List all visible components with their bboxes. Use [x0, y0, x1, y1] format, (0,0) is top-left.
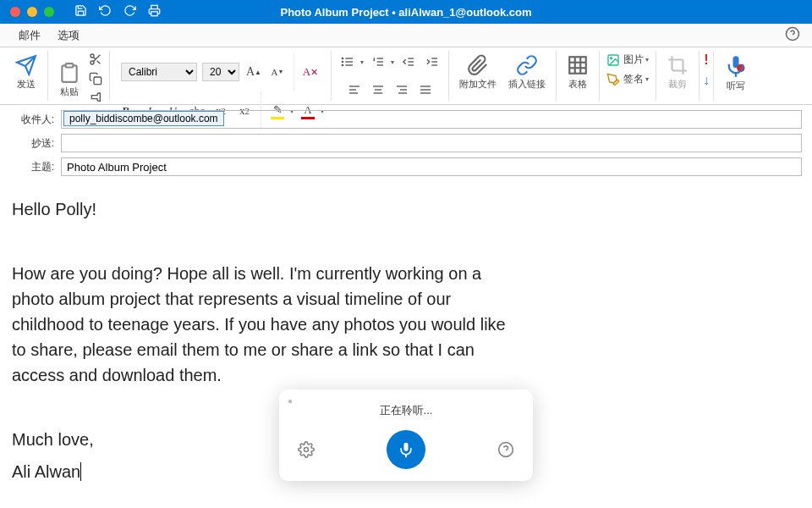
align-center-button[interactable] — [369, 80, 387, 99]
tab-options[interactable]: 选项 — [49, 25, 88, 47]
send-button[interactable]: 发送 — [12, 52, 41, 92]
window-controls — [0, 7, 54, 17]
signature-button[interactable]: 签名▾ — [606, 72, 649, 86]
insert-group: 附加文件 插入链接 — [449, 51, 557, 101]
priority-group: ! ↓ — [700, 51, 714, 101]
subject-label: 主题: — [10, 160, 61, 174]
tab-mail[interactable]: 邮件 — [10, 25, 49, 47]
insert-link-button[interactable]: 插入链接 — [505, 52, 549, 92]
outdent-button[interactable] — [399, 52, 418, 71]
close-window[interactable] — [10, 7, 20, 17]
svg-point-7 — [91, 61, 94, 64]
to-chip[interactable]: polly_biddiscombe@outlook.com — [63, 111, 224, 126]
svg-point-15 — [342, 58, 343, 58]
crop-button[interactable]: 裁剪 — [663, 52, 692, 92]
low-importance-icon[interactable]: ↓ — [703, 73, 710, 88]
paragraph-group: ▾ ▾ — [332, 51, 449, 101]
redo-icon[interactable] — [123, 4, 136, 19]
paste-label: 粘贴 — [60, 86, 79, 98]
cc-label: 抄送: — [10, 136, 61, 151]
paste-button[interactable]: 粘贴 — [55, 60, 84, 100]
dictate-button[interactable]: 听写 — [721, 52, 751, 94]
justify-button[interactable] — [416, 80, 435, 99]
dictation-popup: ● 正在聆听... — [279, 389, 533, 481]
ribbon-tabs: 邮件 选项 — [0, 24, 812, 47]
crop-label: 裁剪 — [668, 78, 687, 91]
svg-rect-39 — [569, 57, 586, 74]
font-name-select[interactable]: Calibri — [121, 63, 197, 81]
decrease-font-icon[interactable]: A▼ — [268, 63, 287, 81]
svg-rect-50 — [404, 443, 409, 451]
dictate-label: 听写 — [727, 80, 745, 92]
indent-button[interactable] — [423, 52, 442, 71]
svg-line-9 — [97, 61, 101, 64]
cut-icon[interactable] — [89, 52, 102, 69]
minimize-window[interactable] — [27, 7, 37, 17]
clear-format-icon[interactable]: A✕ — [301, 63, 320, 81]
link-label: 插入链接 — [508, 78, 546, 91]
svg-rect-11 — [94, 77, 102, 85]
body-paragraph: How are you doing? Hope all is well. I'm… — [12, 261, 513, 388]
increase-font-icon[interactable]: A▲ — [244, 63, 263, 81]
crop-group: 裁剪 — [656, 51, 700, 101]
svg-point-49 — [304, 448, 309, 452]
save-icon[interactable] — [74, 4, 87, 19]
help-icon[interactable] — [785, 26, 800, 44]
attach-label: 附加文件 — [459, 78, 497, 91]
dictation-help-icon[interactable] — [496, 439, 516, 460]
font-group: Calibri 20 A▲ A▼ A✕ B I U abc x2 x2 ✎▾ A… — [110, 51, 332, 101]
copy-icon[interactable] — [89, 72, 102, 88]
numbering-button[interactable] — [369, 52, 387, 71]
bullets-button[interactable] — [338, 52, 357, 71]
ribbon: 发送 粘贴 Calibri 20 A▲ A▼ A✕ B I — [0, 47, 812, 105]
svg-line-10 — [93, 57, 96, 59]
svg-point-17 — [342, 64, 343, 65]
send-label: 发送 — [17, 78, 36, 91]
dictation-status: 正在聆听... — [296, 403, 516, 418]
dictation-mic-button[interactable] — [387, 430, 425, 469]
picture-button[interactable]: 图片▾ — [606, 52, 649, 67]
svg-rect-5 — [66, 64, 74, 67]
svg-point-16 — [342, 61, 343, 62]
dictation-settings-icon[interactable] — [296, 439, 316, 460]
zoom-window[interactable] — [44, 7, 54, 17]
subject-field[interactable] — [61, 157, 802, 176]
undo-icon[interactable] — [99, 4, 112, 19]
print-icon[interactable] — [148, 4, 161, 19]
font-size-select[interactable]: 20 — [202, 63, 239, 81]
address-block: 收件人: polly_biddiscombe@outlook.com 抄送: 主… — [0, 105, 812, 183]
picture-sign-group: 图片▾ 签名▾ — [600, 51, 656, 101]
svg-rect-0 — [151, 12, 158, 16]
table-label: 表格 — [568, 78, 587, 91]
clipboard-group: 粘贴 — [48, 51, 110, 101]
align-right-button[interactable] — [392, 80, 411, 99]
to-label: 收件人: — [10, 113, 61, 127]
attach-file-button[interactable]: 附加文件 — [456, 52, 500, 92]
titlebar: Photo Album Project • aliAlwan_1@outlook… — [0, 0, 812, 24]
to-field[interactable]: polly_biddiscombe@outlook.com — [61, 110, 802, 129]
dictation-close-icon[interactable]: ● — [288, 396, 293, 406]
send-group: 发送 — [5, 51, 48, 101]
align-left-button[interactable] — [345, 80, 364, 99]
body-signature: Ali Alwan — [12, 462, 80, 481]
table-button[interactable]: 表格 — [563, 52, 592, 92]
svg-point-6 — [91, 54, 94, 58]
high-importance-icon[interactable]: ! — [703, 52, 710, 68]
table-group: 表格 — [557, 51, 600, 101]
format-painter-icon[interactable] — [89, 91, 102, 108]
body-greeting: Hello Polly! — [12, 196, 513, 222]
svg-point-45 — [611, 57, 612, 58]
dictate-group: 听写 — [714, 51, 758, 101]
cc-field[interactable] — [61, 134, 802, 152]
